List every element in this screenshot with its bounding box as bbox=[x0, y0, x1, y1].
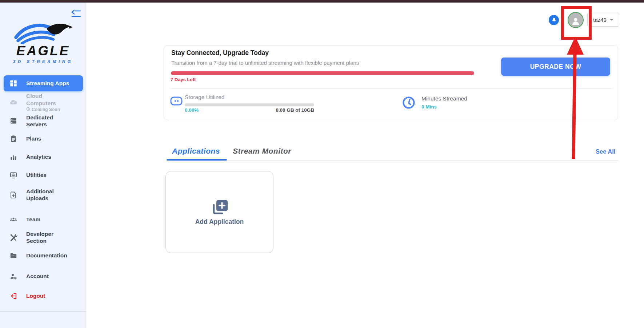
apps-grid-icon bbox=[9, 79, 18, 87]
sidebar-item-cloud-computers[interactable]: Cloud Computers Coming Soon bbox=[4, 95, 83, 110]
sidebar-item-utilities[interactable]: Utilities bbox=[4, 168, 83, 182]
notification-bell-icon[interactable] bbox=[549, 15, 559, 25]
eagle-logo-graphic bbox=[12, 20, 74, 44]
clipboard-icon bbox=[9, 135, 18, 143]
chevron-down-icon bbox=[610, 19, 613, 21]
minutes-streamed-value: 0 Mins bbox=[421, 104, 437, 110]
sidebar-item-team[interactable]: Team bbox=[4, 212, 83, 227]
sidebar-item-analytics[interactable]: Analytics bbox=[4, 150, 83, 164]
see-all-link[interactable]: See All bbox=[596, 148, 615, 155]
banner-subtitle: Transition from a 7-day trial to unlimit… bbox=[171, 60, 359, 66]
storage-progress-bar bbox=[185, 103, 314, 106]
user-menu-dropdown[interactable]: taz49 bbox=[587, 13, 619, 27]
banner-title: Stay Connected, Upgrade Today bbox=[171, 49, 269, 57]
username: taz49 bbox=[593, 17, 607, 23]
sidebar-item-developer-section[interactable]: Developer Section bbox=[4, 230, 83, 245]
sidebar-item-documentation[interactable]: Documentation bbox=[4, 248, 83, 263]
upgrade-now-button[interactable]: UPGRADE NOW bbox=[501, 58, 610, 76]
storage-label: Storage Utilized bbox=[185, 94, 224, 100]
storage-drive-icon bbox=[170, 96, 183, 106]
monitor-sync-icon bbox=[9, 171, 18, 179]
sidebar: EAGLE 3D STREAMING Streaming Apps Cloud … bbox=[0, 3, 86, 328]
servers-icon bbox=[9, 117, 18, 125]
collapse-sidebar-icon[interactable] bbox=[71, 9, 81, 19]
sidebar-item-streaming-apps[interactable]: Streaming Apps bbox=[4, 75, 83, 91]
tab-applications[interactable]: Applications bbox=[172, 147, 220, 155]
tab-stream-monitor[interactable]: Stream Monitor bbox=[233, 147, 291, 155]
top-accent-bar bbox=[0, 0, 644, 3]
account-settings-icon bbox=[9, 272, 18, 280]
sidebar-item-plans[interactable]: Plans bbox=[4, 131, 83, 146]
sidebar-item-logout[interactable]: Logout bbox=[4, 289, 83, 303]
coming-soon-badge: Coming Soon bbox=[26, 107, 71, 112]
banner-divider bbox=[170, 88, 612, 89]
logout-icon bbox=[9, 292, 18, 300]
file-upload-icon bbox=[9, 191, 18, 199]
cloud-check-icon bbox=[9, 98, 18, 106]
bar-chart-icon bbox=[9, 153, 18, 161]
brand-tagline: 3D STREAMING bbox=[0, 59, 86, 64]
days-left-label: 7 Days Left bbox=[171, 77, 196, 82]
sidebar-divider bbox=[0, 311, 86, 312]
add-application-label: Add Application bbox=[166, 218, 273, 226]
storage-caption: 0.00 GB of 10GB bbox=[185, 107, 314, 113]
dashboard: EAGLE 3D STREAMING Streaming Apps Cloud … bbox=[0, 0, 644, 328]
team-icon bbox=[9, 216, 18, 224]
clock-small-icon bbox=[26, 107, 30, 112]
tabs-baseline bbox=[167, 160, 618, 161]
add-application-icon bbox=[166, 199, 273, 216]
user-avatar-icon[interactable] bbox=[568, 12, 584, 28]
sidebar-item-dedicated-servers[interactable]: Dedicated Servers bbox=[4, 114, 83, 128]
folder-icon bbox=[9, 252, 18, 260]
clock-icon bbox=[402, 96, 415, 109]
trial-progress-bar bbox=[171, 71, 474, 75]
minutes-streamed-label: Minutes Streamed bbox=[421, 95, 467, 102]
add-application-card[interactable]: Add Application bbox=[165, 171, 273, 253]
active-tab-underline bbox=[167, 159, 227, 161]
brand-wordmark: EAGLE bbox=[0, 44, 86, 58]
upgrade-banner-card: Stay Connected, Upgrade Today Transition… bbox=[164, 45, 618, 120]
sidebar-item-additional-uploads[interactable]: Additional Uploads bbox=[4, 185, 83, 205]
eagle-logo: EAGLE 3D STREAMING bbox=[0, 20, 86, 64]
sidebar-item-account[interactable]: Account bbox=[4, 269, 83, 284]
tools-icon bbox=[9, 233, 18, 241]
